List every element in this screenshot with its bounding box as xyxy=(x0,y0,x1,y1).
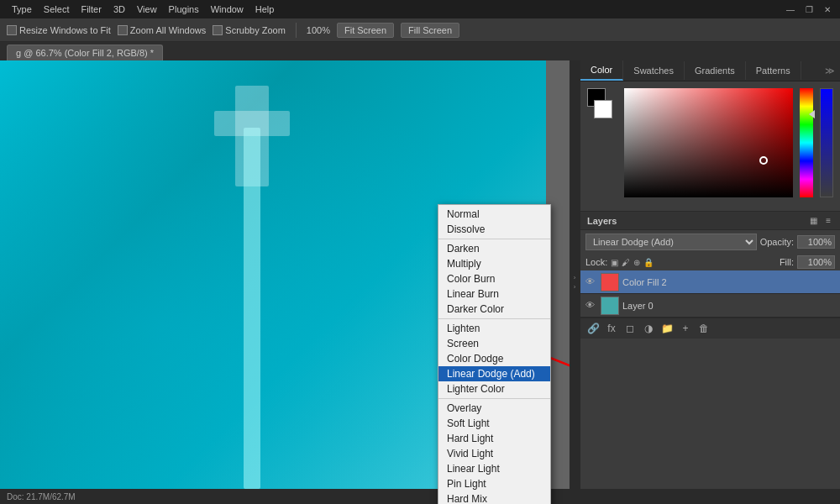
layer-thumb2 xyxy=(601,297,619,315)
blend-lighten[interactable]: Lighten xyxy=(438,321,550,336)
resize-windows-checkbox[interactable]: Resize Windows to Fit xyxy=(7,25,111,35)
delete-layer-button[interactable]: 🗑 xyxy=(696,321,711,336)
panel-collapse-handle[interactable]: › › xyxy=(570,60,580,504)
blend-pin-light[interactable]: Pin Light xyxy=(438,476,550,491)
blend-darker-color[interactable]: Darker Color xyxy=(438,302,550,317)
resize-windows-label: Resize Windows to Fit xyxy=(19,25,111,35)
main-layout: › › Color Swatches Gradients Patterns ≫ xyxy=(0,60,840,504)
layer-eye-icon[interactable]: 👁 xyxy=(585,276,597,288)
background-color-swatch[interactable] xyxy=(594,100,612,118)
minimize-button[interactable]: — xyxy=(785,3,796,15)
tab-gradients[interactable]: Gradients xyxy=(685,61,746,80)
fill-input[interactable] xyxy=(797,255,835,269)
blend-vivid-light[interactable]: Vivid Light xyxy=(438,446,550,461)
layers-panel: Layers ▦ ≡ Linear Dodge (Add) Opacity: L… xyxy=(580,211,840,504)
add-adjustment-button[interactable]: ◑ xyxy=(641,321,656,336)
layer-name: Color Fill 2 xyxy=(622,277,835,287)
blend-mode-dropdown[interactable]: Normal Dissolve Darken Multiply Color Bu… xyxy=(438,204,551,504)
blend-group-darken: Darken Multiply Color Burn Linear Burn D… xyxy=(438,239,550,319)
color-gradient-picker[interactable] xyxy=(624,88,793,197)
checkbox-box3 xyxy=(213,25,223,35)
layers-blend-mode-select[interactable]: Linear Dodge (Add) xyxy=(585,234,757,250)
fill-label: Fill: xyxy=(780,257,794,267)
add-mask-button[interactable]: ◻ xyxy=(622,321,638,336)
new-group-button[interactable]: 📁 xyxy=(659,321,675,336)
layer-item-color-fill-2[interactable]: 👁 Color Fill 2 xyxy=(580,270,840,294)
alpha-slider[interactable] xyxy=(820,88,833,197)
blend-linear-burn[interactable]: Linear Burn xyxy=(438,286,550,302)
blend-hard-mix[interactable]: Hard Mix xyxy=(438,491,550,504)
lock-artboard-icon[interactable]: ⊕ xyxy=(633,258,640,267)
scrubby-zoom-checkbox[interactable]: Scrubby Zoom xyxy=(213,25,286,35)
menu-select[interactable]: Select xyxy=(39,3,75,16)
tab-swatches[interactable]: Swatches xyxy=(623,61,685,80)
opacity-input[interactable] xyxy=(797,235,835,249)
layers-panel-icons: ▦ ≡ xyxy=(807,215,833,226)
gradient-picker-indicator xyxy=(759,156,768,165)
blend-group-lighten: Lighten Screen Color Dodge Linear Dodge … xyxy=(438,319,550,399)
tab-bar: g @ 66.7% (Color Fill 2, RGB/8) * xyxy=(0,42,840,60)
layer-eye-icon2[interactable]: 👁 xyxy=(585,300,597,312)
fill-row: Fill: xyxy=(780,255,835,269)
options-bar: Resize Windows to Fit Zoom All Windows S… xyxy=(0,18,840,42)
lock-transparency-icon[interactable]: ▣ xyxy=(611,258,618,267)
checkbox-box xyxy=(7,25,17,35)
blend-normal[interactable]: Normal xyxy=(438,207,550,222)
layers-panel-header: Layers ▦ ≡ xyxy=(580,212,840,230)
lock-paint-icon[interactable]: 🖌 xyxy=(622,258,630,267)
layer-name2: Layer 0 xyxy=(622,301,835,311)
blend-color-burn[interactable]: Color Burn xyxy=(438,271,550,286)
document-tab[interactable]: g @ 66.7% (Color Fill 2, RGB/8) * xyxy=(7,45,163,60)
blend-lighter-color[interactable]: Lighter Color xyxy=(438,381,550,396)
layers-panel-grid-icon[interactable]: ▦ xyxy=(807,215,820,226)
opacity-label: Opacity: xyxy=(760,237,794,247)
doc-info: Doc: 21.7M/62.7M xyxy=(7,492,76,501)
new-layer-button[interactable]: + xyxy=(678,321,693,336)
blend-soft-light[interactable]: Soft Light xyxy=(438,416,550,431)
lock-label: Lock: xyxy=(585,257,607,267)
lock-move-icon[interactable]: 🔒 xyxy=(643,258,654,267)
zoom-all-checkbox[interactable]: Zoom All Windows xyxy=(118,25,206,35)
layer-item-layer0[interactable]: 👁 Layer 0 xyxy=(580,294,840,318)
menu-view[interactable]: View xyxy=(132,3,162,16)
blend-overlay[interactable]: Overlay xyxy=(438,401,550,416)
tab-patterns[interactable]: Patterns xyxy=(746,61,801,80)
blend-linear-light[interactable]: Linear Light xyxy=(438,461,550,476)
menu-plugins[interactable]: Plugins xyxy=(164,3,204,16)
blend-linear-dodge[interactable]: Linear Dodge (Add) xyxy=(438,366,550,381)
foreground-background-swatches xyxy=(587,88,617,118)
menu-help[interactable]: Help xyxy=(250,3,280,16)
layers-controls-row: Linear Dodge (Add) Opacity: xyxy=(580,230,840,254)
menu-3d[interactable]: 3D xyxy=(108,3,130,16)
fill-screen-button[interactable]: Fill Screen xyxy=(401,23,459,38)
blend-darken[interactable]: Darken xyxy=(438,241,550,256)
layers-panel-expand-icon[interactable]: ≡ xyxy=(823,215,833,226)
menu-type[interactable]: Type xyxy=(7,3,37,16)
menu-bar: Type Select Filter 3D View Plugins Windo… xyxy=(7,3,279,16)
layers-toolbar: 🔗 fx ◻ ◑ 📁 + 🗑 xyxy=(580,318,840,339)
divider xyxy=(296,23,297,38)
panel-expand-icon[interactable]: ≫ xyxy=(820,62,840,80)
fit-screen-button[interactable]: Fit Screen xyxy=(337,23,394,38)
lock-row: Lock: ▣ 🖌 ⊕ 🔒 Fill: xyxy=(580,254,840,270)
hue-slider[interactable] xyxy=(800,88,813,197)
blend-color-dodge[interactable]: Color Dodge xyxy=(438,351,550,366)
color-panel-tabs: Color Swatches Gradients Patterns ≫ xyxy=(580,60,840,81)
right-panel: Color Swatches Gradients Patterns ≫ xyxy=(580,60,840,504)
add-layer-style-button[interactable]: fx xyxy=(604,321,619,336)
checkbox-box2 xyxy=(118,25,128,35)
blend-hard-light[interactable]: Hard Light xyxy=(438,431,550,446)
layers-panel-title: Layers xyxy=(587,216,617,226)
maximize-button[interactable]: ❐ xyxy=(803,3,815,15)
title-bar: Type Select Filter 3D View Plugins Windo… xyxy=(0,0,840,18)
close-button[interactable]: ✕ xyxy=(822,3,833,15)
blend-multiply[interactable]: Multiply xyxy=(438,256,550,271)
tab-color[interactable]: Color xyxy=(580,60,623,81)
collapse-icon: › xyxy=(574,274,576,281)
blend-screen[interactable]: Screen xyxy=(438,336,550,351)
menu-window[interactable]: Window xyxy=(206,3,249,16)
menu-filter[interactable]: Filter xyxy=(76,3,106,16)
blend-dissolve[interactable]: Dissolve xyxy=(438,222,550,237)
opacity-row: Opacity: xyxy=(760,235,835,249)
link-layers-button[interactable]: 🔗 xyxy=(585,321,601,336)
